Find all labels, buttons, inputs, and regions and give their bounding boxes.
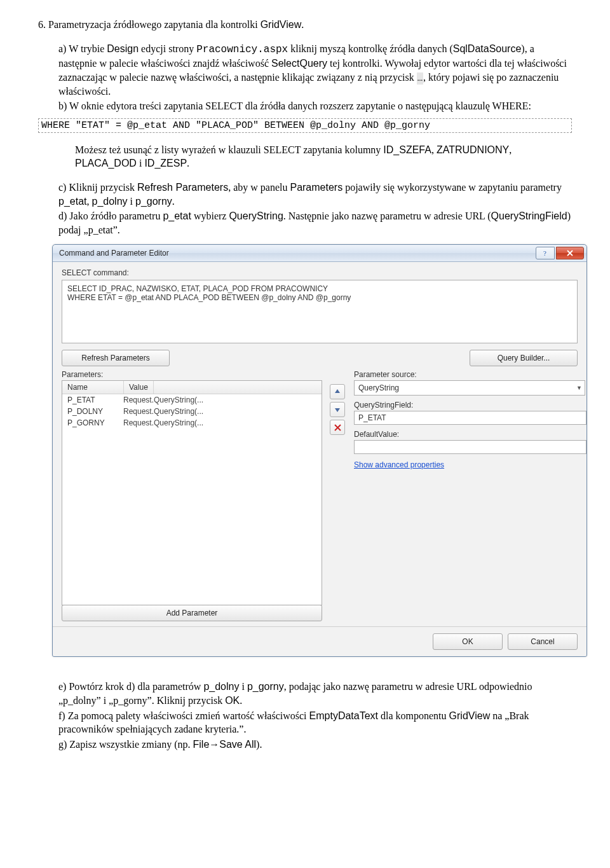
titlebar: Command and Parameter Editor ? [53, 245, 586, 262]
query-builder-button[interactable]: Query Builder... [470, 350, 578, 366]
arrow-down-icon [334, 406, 341, 413]
column-header-value[interactable]: Value [124, 381, 154, 394]
add-parameter-button[interactable]: Add Parameter [62, 605, 322, 621]
parameters-list[interactable]: Name Value P_ETATRequest.QueryString(...… [62, 380, 322, 605]
step-c: c) Kliknij przycisk Refresh Parameters, … [58, 181, 572, 208]
note-remove-columns: Możesz też usunąć z listy wyrażeń w klau… [75, 143, 572, 170]
window-title: Command and Parameter Editor [59, 249, 169, 258]
querystringfield-label: QueryStringField: [354, 401, 578, 410]
table-row: P_GORNYRequest.QueryString(... [62, 417, 322, 429]
step-a: a) W trybie Design edycji strony Pracown… [58, 42, 572, 99]
ok-button[interactable]: OK [433, 633, 503, 650]
where-clause-code: WHERE "ETAT" = @p_etat AND "PLACA_POD" B… [38, 118, 572, 133]
step-d: d) Jako źródło parametru p_etat wybierz … [58, 209, 572, 237]
help-button[interactable]: ? [536, 247, 555, 259]
step-e: e) Powtórz krok d) dla parametrów p_doln… [58, 680, 572, 707]
parameter-source-label: Parameter source: [354, 370, 578, 379]
close-icon [566, 249, 574, 257]
move-down-button[interactable] [330, 402, 345, 417]
svg-text:?: ? [543, 250, 546, 256]
heading: 6. Parametryzacja źródłowego zapytania d… [38, 18, 572, 32]
cancel-button[interactable]: Cancel [508, 633, 578, 650]
defaultvalue-input[interactable] [354, 440, 586, 454]
column-header-name[interactable]: Name [62, 381, 124, 394]
parameters-label: Parameters: [62, 370, 322, 379]
help-icon: ? [542, 250, 548, 256]
table-row: P_DOLNYRequest.QueryString(... [62, 406, 322, 417]
delete-button[interactable] [330, 420, 345, 435]
querystringfield-input[interactable]: P_ETAT [354, 411, 586, 425]
step-f: f) Za pomocą palety właściwości zmień wa… [58, 709, 572, 736]
select-command-label: SELECT command: [62, 268, 578, 277]
delete-x-icon [334, 424, 342, 432]
refresh-parameters-button[interactable]: Refresh Parameters [62, 350, 170, 366]
close-button[interactable] [556, 247, 584, 259]
ellipsis-button-icon: … [417, 72, 423, 85]
move-up-button[interactable] [330, 384, 345, 399]
arrow-up-icon [334, 388, 341, 396]
defaultvalue-label: DefaultValue: [354, 430, 578, 439]
step-b: b) W oknie edytora treści zapytania SELE… [58, 99, 572, 113]
table-row: P_ETATRequest.QueryString(... [62, 394, 322, 406]
show-advanced-properties-link[interactable]: Show advanced properties [354, 460, 444, 469]
parameter-source-dropdown[interactable]: QueryString ▼ [354, 380, 585, 396]
command-parameter-editor-window: Command and Parameter Editor ? SELECT co… [52, 244, 587, 657]
select-command-textbox[interactable]: SELECT ID_PRAC, NAZWISKO, ETAT, PLACA_PO… [62, 280, 578, 343]
step-g: g) Zapisz wszystkie zmiany (np. File→Sav… [58, 738, 572, 752]
chevron-down-icon: ▼ [576, 385, 582, 391]
